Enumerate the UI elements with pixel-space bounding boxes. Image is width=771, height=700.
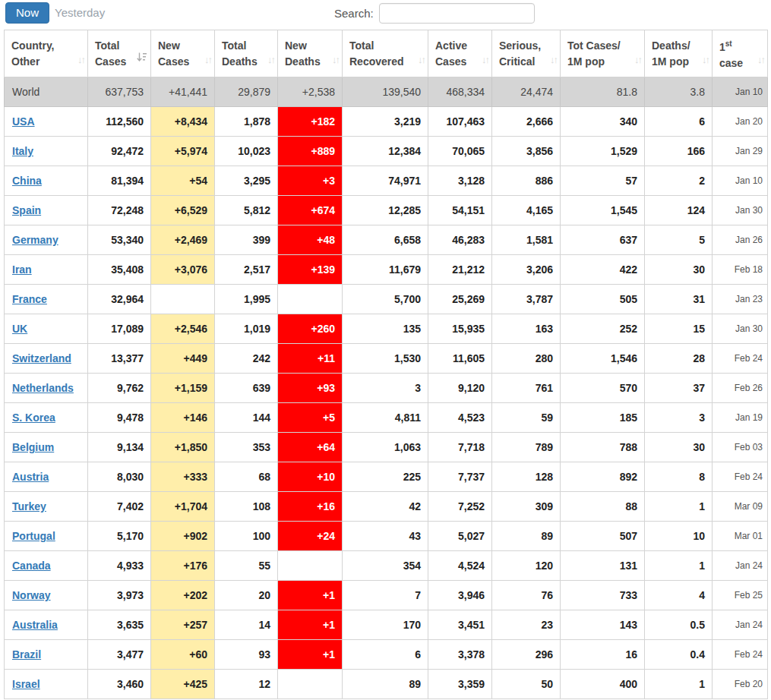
- country-link[interactable]: Iran: [12, 263, 32, 276]
- country-link[interactable]: USA: [12, 115, 35, 128]
- cell-total-deaths: 639: [215, 374, 278, 403]
- cell-tot-cases-1m: 57: [561, 166, 645, 196]
- col-header-total-recovered[interactable]: Total Recovered ↓↑: [343, 30, 428, 77]
- cell-deaths-1m: 0.4: [645, 640, 713, 670]
- search-input[interactable]: [379, 3, 535, 24]
- country-link[interactable]: Norway: [12, 589, 51, 601]
- world-row: World637,753+41,44129,879+2,538139,54046…: [5, 77, 768, 107]
- cell-total-cases: 3,973: [88, 581, 151, 610]
- cell-new-deaths: +139: [278, 255, 343, 285]
- cell-serious-critical: 128: [492, 462, 561, 492]
- cell-total-cases: 9,134: [88, 433, 151, 462]
- table-row: Iran35,408+3,0762,517+13911,67921,2123,2…: [5, 255, 768, 285]
- cell-tot-cases-1m: 637: [561, 225, 645, 255]
- col-header-country-other[interactable]: Country, Other ↓↑: [5, 30, 88, 77]
- cell-new-deaths: +1: [278, 640, 343, 670]
- country-link[interactable]: Australia: [12, 619, 58, 631]
- sort-icon: ↓↑: [77, 52, 84, 68]
- cell-new-deaths: +1: [278, 581, 343, 610]
- country-link[interactable]: Belgium: [12, 441, 54, 453]
- cell-total-deaths: 10,023: [215, 137, 278, 166]
- cell-total-recovered: 89: [343, 670, 428, 699]
- cell-first-case: Feb 26: [713, 374, 768, 403]
- country-link[interactable]: China: [12, 175, 42, 187]
- cell-first-case: Jan 30: [713, 196, 768, 225]
- cell-new-cases: +8,434: [151, 107, 215, 137]
- col-header-total-deaths[interactable]: Total Deaths ↓↑: [215, 30, 278, 77]
- cell-total-deaths: 2,517: [215, 255, 278, 285]
- cell-new-deaths: [278, 285, 343, 314]
- cell-total-cases: 4,933: [88, 551, 151, 581]
- country-link[interactable]: UK: [12, 323, 27, 335]
- cell-deaths-1m: 124: [645, 196, 713, 225]
- sort-icon: ↓↑: [204, 52, 211, 68]
- cell-total-deaths: 1,995: [215, 285, 278, 314]
- sort-icon: ↓↑: [634, 52, 641, 68]
- country-link[interactable]: Austria: [12, 471, 49, 483]
- cell-active-cases: 4,524: [428, 551, 492, 581]
- cell-new-cases: +449: [151, 344, 215, 374]
- cell-new-deaths: +2,538: [278, 77, 343, 107]
- cell-serious-critical: 309: [492, 492, 561, 522]
- covid-stats-table: Country, Other ↓↑ Total Cases New: [4, 30, 768, 699]
- sort-icon: ↓↑: [332, 52, 339, 68]
- table-row: Norway3,973+20220+173,946767334Feb 25: [5, 581, 768, 610]
- country-link[interactable]: Italy: [12, 145, 33, 157]
- country-link[interactable]: Switzerland: [12, 352, 71, 364]
- country-link[interactable]: Israel: [12, 678, 40, 690]
- country-link[interactable]: Portugal: [12, 530, 55, 542]
- cell-country: Turkey: [5, 492, 88, 522]
- cell-serious-critical: 761: [492, 374, 561, 403]
- cell-new-cases: +3,076: [151, 255, 215, 285]
- cell-country: Spain: [5, 196, 88, 225]
- table-row: China81,394+543,295+374,9713,128886572Ja…: [5, 166, 768, 196]
- sort-desc-active-icon: [137, 51, 147, 67]
- cell-country: Italy: [5, 137, 88, 166]
- country-link[interactable]: Germany: [12, 234, 58, 246]
- cell-tot-cases-1m: 507: [561, 522, 645, 551]
- cell-total-recovered: 1,530: [343, 344, 428, 374]
- col-header-new-deaths[interactable]: New Deaths ↓↑: [278, 30, 343, 77]
- col-header-serious-critical[interactable]: Serious, Critical ↓↑: [492, 30, 561, 77]
- col-header-first-case[interactable]: 1st case ↓↑: [713, 30, 768, 77]
- cell-total-cases: 5,170: [88, 522, 151, 551]
- country-link[interactable]: Brazil: [12, 648, 41, 661]
- cell-active-cases: 4,523: [428, 403, 492, 433]
- cell-serious-critical: 296: [492, 640, 561, 670]
- cell-total-cases: 72,248: [88, 196, 151, 225]
- cell-new-deaths: +3: [278, 166, 343, 196]
- cell-deaths-1m: 28: [645, 344, 713, 374]
- cell-total-cases: 3,477: [88, 640, 151, 670]
- search-group: Search:: [334, 3, 535, 24]
- col-header-new-cases[interactable]: New Cases ↓↑: [151, 30, 215, 77]
- country-link[interactable]: Canada: [12, 560, 51, 572]
- cell-total-recovered: 12,285: [343, 196, 428, 225]
- cell-total-deaths: 93: [215, 640, 278, 670]
- cell-new-cases: +5,974: [151, 137, 215, 166]
- cell-serious-critical: 59: [492, 403, 561, 433]
- cell-first-case: Jan 29: [713, 137, 768, 166]
- cell-tot-cases-1m: 505: [561, 285, 645, 314]
- cell-tot-cases-1m: 143: [561, 610, 645, 640]
- country-link[interactable]: Netherlands: [12, 382, 74, 394]
- yesterday-button[interactable]: Yesterday: [55, 6, 105, 19]
- cell-country: UK: [5, 314, 88, 344]
- cell-new-deaths: +5: [278, 403, 343, 433]
- country-link[interactable]: Turkey: [12, 500, 46, 512]
- cell-serious-critical: 4,165: [492, 196, 561, 225]
- cell-new-deaths: +889: [278, 137, 343, 166]
- country-link[interactable]: Spain: [12, 204, 41, 216]
- cell-first-case: Jan 10: [713, 166, 768, 196]
- cell-active-cases: 3,378: [428, 640, 492, 670]
- col-header-tot-cases-1m[interactable]: Tot Cases/ 1M pop ↓↑: [561, 30, 645, 77]
- sort-icon: ↓↑: [482, 52, 488, 68]
- col-header-total-cases[interactable]: Total Cases: [88, 30, 151, 77]
- country-link[interactable]: S. Korea: [12, 411, 55, 424]
- col-header-deaths-1m[interactable]: Deaths/ 1M pop ↓↑: [645, 30, 713, 77]
- now-button[interactable]: Now: [5, 2, 49, 24]
- country-link[interactable]: France: [12, 293, 47, 305]
- col-header-active-cases[interactable]: Active Cases ↓↑: [428, 30, 492, 77]
- cell-total-recovered: 7: [343, 581, 428, 610]
- cell-new-cases: +202: [151, 581, 215, 610]
- cell-total-deaths: 20: [215, 581, 278, 610]
